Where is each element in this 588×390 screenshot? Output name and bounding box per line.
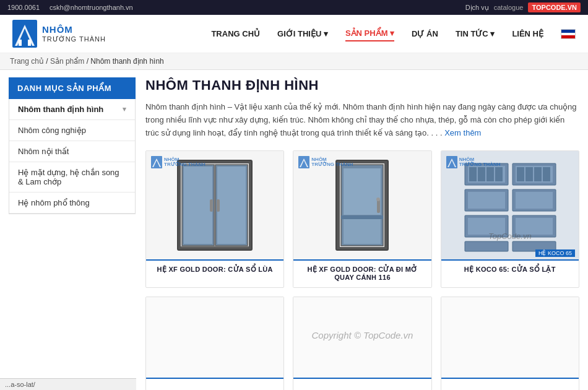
- svg-rect-42: [543, 167, 550, 181]
- svg-rect-40: [525, 167, 533, 181]
- main-layout: DANH MỤC SẢN PHẨM Nhôm thanh định hình ▾…: [0, 70, 588, 390]
- product-card-4[interactable]: [145, 297, 284, 390]
- nav-san-pham[interactable]: SẢN PHẨM ▾: [345, 26, 394, 41]
- svg-rect-15: [217, 199, 220, 212]
- top-bar-left: 1900.0061 cskh@nhomtruongthanh.vn: [7, 4, 133, 11]
- url-bar: ...a-so-lat/: [0, 378, 136, 390]
- sidebar-item-label: Hệ nhôm phổ thông: [18, 198, 90, 207]
- product-image-5: Copyright © TopCode.vn: [293, 297, 431, 378]
- svg-rect-13: [217, 167, 246, 244]
- product-card-6[interactable]: [441, 297, 579, 390]
- svg-rect-48: [468, 218, 505, 235]
- product-grid: NHÔMTRƯỜNG THÀNH: [145, 150, 579, 390]
- topcode-badge[interactable]: TOPCODE.VN: [528, 2, 581, 12]
- product-watermark-1: NHÔMTRƯỜNG THÀNH: [151, 156, 205, 168]
- nav-lien-he[interactable]: LIÊN HỆ: [512, 27, 543, 41]
- product-card-2[interactable]: NHÔMTRƯỜNG THÀNH: [293, 150, 431, 288]
- svg-rect-14: [210, 199, 213, 212]
- svg-rect-44: [468, 192, 505, 209]
- sidebar-item-he-mat-dung[interactable]: Hệ mặt dựng, hệ chắn song & Lam chớp: [9, 162, 135, 193]
- svg-rect-24: [344, 219, 381, 244]
- product-image-3: NHÔMTRƯỜNG THÀNH: [441, 151, 579, 259]
- svg-rect-35: [486, 167, 494, 181]
- logo: NHÔM TRƯỜNG THÀNH: [12, 20, 106, 48]
- main-nav: TRANG CHỦ GIỚI THIỆU ▾ SẢN PHẨM ▾ DỰ ÁN …: [211, 26, 576, 41]
- sidebar-menu: Nhôm thanh định hình ▾ Nhôm công nghiệp …: [9, 99, 136, 214]
- sidebar-item-label: Hệ mặt dựng, hệ chắn song & Lam chớp: [18, 168, 126, 186]
- product-card-5[interactable]: Copyright © TopCode.vn: [293, 297, 431, 390]
- svg-rect-39: [517, 167, 524, 181]
- sidebar-item-nhom-cong-nghiep[interactable]: Nhôm công nghiệp: [9, 120, 135, 141]
- logo-text: NHÔM TRƯỜNG THÀNH: [42, 24, 106, 43]
- svg-rect-4: [28, 40, 31, 46]
- sidebar-item-nhom-noi-that[interactable]: Nhôm nội thất: [9, 141, 135, 162]
- svg-rect-51: [465, 241, 508, 251]
- chevron-down-icon: ▾: [123, 105, 126, 113]
- product-label-2: HỆ XF GOLD DOOR: CỬA ĐI MỞ QUAY CÁNH 116: [293, 259, 431, 287]
- product-watermark-3: NHÔMTRƯỜNG THÀNH: [446, 156, 501, 168]
- content-description: Nhôm thanh định hình – Vật liệu xanh của…: [145, 101, 579, 139]
- product-card-3[interactable]: NHÔMTRƯỜNG THÀNH: [441, 150, 579, 288]
- language-flag[interactable]: [561, 29, 576, 39]
- door-sliding-svg: [175, 157, 255, 253]
- sidebar: DANH MỤC SẢN PHẨM Nhôm thanh định hình ▾…: [9, 77, 136, 390]
- svg-rect-23: [344, 168, 381, 215]
- sidebar-title: DANH MỤC SẢN PHẨM: [9, 77, 136, 99]
- breadcrumb-home[interactable]: Trang chủ: [10, 57, 44, 66]
- brand-sub: TRƯỜNG THÀNH: [42, 35, 106, 43]
- sidebar-item-label: Nhôm công nghiệp: [18, 126, 86, 135]
- door-swing-svg: [331, 157, 393, 253]
- product-label-5: [293, 378, 431, 390]
- email-address[interactable]: cskh@nhomtruongthanh.vn: [50, 4, 133, 11]
- page-title: NHÔM THANH ĐỊNH HÌNH: [145, 77, 579, 93]
- nav-trang-chu[interactable]: TRANG CHỦ: [211, 27, 260, 41]
- top-bar-right: Dịch vụ catalogue TOPCODE.VN: [465, 2, 581, 12]
- product-label-1: HỆ XF GOLD DOOR: CỬA SỔ LÙA: [146, 259, 283, 280]
- content-area: NHÔM THANH ĐỊNH HÌNH Nhôm thanh định hìn…: [145, 77, 579, 390]
- breadcrumb: Trang chủ / Sản phẩm / Nhôm thanh định h…: [0, 53, 588, 70]
- svg-rect-25: [341, 215, 383, 219]
- sidebar-item-nhom-thanh-dinh-hinh[interactable]: Nhôm thanh định hình ▾: [9, 99, 135, 120]
- catalogue-link[interactable]: catalogue: [494, 4, 524, 11]
- copyright-text: Copyright © TopCode.vn: [312, 330, 413, 340]
- nav-du-an[interactable]: DỰ ÁN: [412, 27, 438, 41]
- breadcrumb-current: Nhôm thanh định hình: [90, 57, 163, 66]
- nav-gioi-thieu[interactable]: GIỚI THIỆU ▾: [277, 27, 328, 41]
- product-label-6: [441, 378, 579, 390]
- svg-rect-11: [184, 167, 212, 244]
- svg-rect-34: [478, 167, 485, 181]
- product-watermark-2: NHÔMTRƯỜNG THÀNH: [298, 156, 353, 168]
- brand-name: NHÔM: [42, 24, 106, 35]
- sidebar-item-label: Nhôm nội thất: [18, 147, 69, 156]
- svg-rect-36: [495, 167, 503, 181]
- product-image-6: [441, 297, 579, 378]
- svg-rect-46: [516, 192, 553, 209]
- svg-point-27: [376, 197, 380, 201]
- sidebar-item-label: Nhôm thanh định hình: [18, 105, 103, 114]
- aluminium-section-svg: [462, 157, 558, 253]
- svg-rect-41: [534, 167, 542, 181]
- see-more-link[interactable]: Xem thêm: [444, 128, 481, 137]
- svg-rect-33: [469, 167, 477, 181]
- service-label: Dịch vụ: [465, 4, 489, 12]
- phone-number[interactable]: 1900.0061: [7, 4, 40, 11]
- header: NHÔM TRƯỜNG THÀNH TRANG CHỦ GIỚI THIỆU ▾…: [0, 15, 588, 53]
- product-image-2: NHÔMTRƯỜNG THÀNH: [293, 151, 431, 259]
- svg-rect-3: [19, 40, 22, 46]
- sidebar-item-he-nhom-pho-thong[interactable]: Hệ nhôm phổ thông: [9, 193, 135, 214]
- top-bar: 1900.0061 cskh@nhomtruongthanh.vn Dịch v…: [0, 0, 588, 15]
- logo-icon: [12, 20, 37, 48]
- koco-tag: HỆ KOCO 65: [535, 249, 575, 257]
- product-card-1[interactable]: NHÔMTRƯỜNG THÀNH: [145, 150, 284, 288]
- nav-tin-tuc[interactable]: TIN TỨC ▾: [456, 27, 495, 41]
- product-image-4: [146, 297, 283, 378]
- product-label-3: HỆ KOCO 65: CỬA SỔ LẬT: [441, 259, 579, 280]
- product-image-1: NHÔMTRƯỜNG THÀNH: [146, 151, 283, 259]
- product-label-4: [146, 378, 283, 390]
- breadcrumb-parent[interactable]: Sản phẩm: [50, 57, 84, 66]
- svg-rect-26: [377, 199, 380, 213]
- svg-rect-50: [516, 218, 553, 235]
